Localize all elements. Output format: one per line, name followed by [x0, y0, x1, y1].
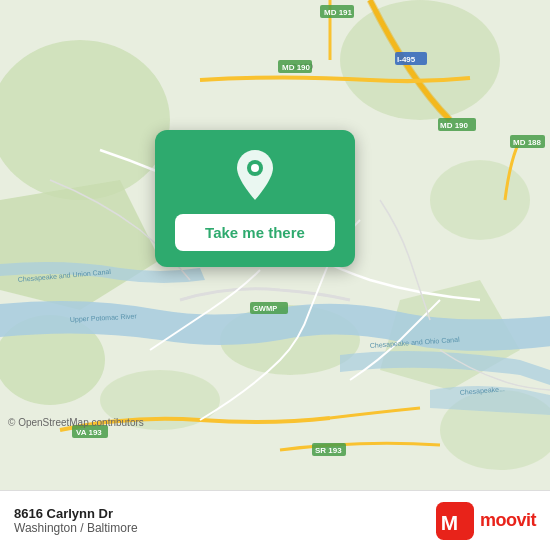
svg-text:MD 191: MD 191: [324, 8, 353, 17]
svg-text:MD 188: MD 188: [513, 138, 542, 147]
svg-text:GWMP: GWMP: [253, 304, 277, 313]
map-container: MD 190 MD 190 MD 191 I-495 MD 190 MD 188…: [0, 0, 550, 490]
svg-text:VA 193: VA 193: [76, 428, 102, 437]
svg-text:MD 190: MD 190: [440, 121, 469, 130]
moovit-logo: M moovit: [436, 502, 536, 540]
svg-text:I-495: I-495: [397, 55, 416, 64]
osm-credit: © OpenStreetMap contributors: [8, 417, 144, 428]
location-pin-icon: [228, 148, 282, 202]
bottom-bar: 8616 Carlynn Dr Washington / Baltimore M…: [0, 490, 550, 550]
location-card: Take me there: [155, 130, 355, 267]
moovit-wordmark: moovit: [480, 510, 536, 531]
address: 8616 Carlynn Dr: [14, 506, 138, 521]
moovit-m-icon: M: [436, 502, 474, 540]
svg-text:SR 193: SR 193: [315, 446, 342, 455]
svg-text:M: M: [441, 510, 458, 533]
svg-point-3: [430, 160, 530, 240]
bottom-info: 8616 Carlynn Dr Washington / Baltimore: [14, 506, 138, 535]
city: Washington / Baltimore: [14, 521, 138, 535]
svg-point-32: [251, 164, 259, 172]
svg-text:MD 190: MD 190: [282, 63, 311, 72]
take-me-there-button[interactable]: Take me there: [175, 214, 335, 251]
